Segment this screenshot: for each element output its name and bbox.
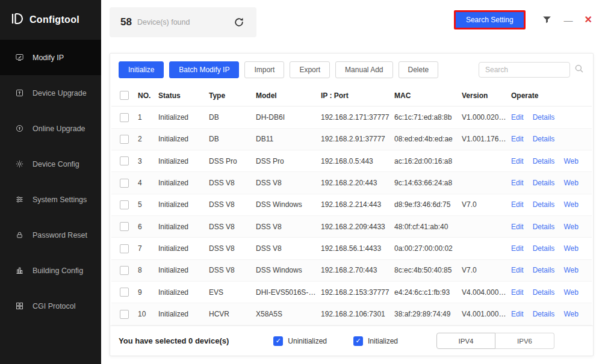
device-table: NO.StatusTypeModelIP : PortMACVersionOpe… [110,85,593,325]
op-details-link[interactable]: Details [533,310,555,318]
cell-mac: 9c:14:63:66:24:a8 [392,172,459,194]
sidebar-item-label: CGI Protocol [33,302,76,310]
sidebar-item-building-config[interactable]: Building Config [0,253,101,288]
cell-version: V7.0 [459,194,509,215]
cell-operate: EditDetails [509,106,592,128]
row-checkbox[interactable] [120,179,129,188]
cell-operate: EditDetailsWeb [509,150,592,171]
selection-footer: You have selected 0 device(s) ✓ Uninitia… [110,325,593,356]
sidebar-item-system-settings[interactable]: System Settings [0,182,101,217]
manual-add-button[interactable]: Manual Add [335,61,393,78]
row-checkbox[interactable] [120,113,129,122]
op-edit-link[interactable]: Edit [511,266,524,274]
select-all-checkbox[interactable] [120,91,129,100]
sidebar-item-device-config[interactable]: Device Config [0,146,101,182]
cell-status: Initialized [156,128,206,150]
batch-modify-ip-button[interactable]: Batch Modify IP [169,61,239,78]
op-details-link[interactable]: Details [533,157,555,165]
uninitialized-checkbox[interactable]: ✓ [273,336,283,346]
table-row: 10InitializedHCVRX58A5S192.168.2.106:730… [111,303,592,325]
cell-status: Initialized [156,238,206,259]
op-edit-link[interactable]: Edit [511,157,524,165]
column-header: Model [253,85,318,106]
op-edit-link[interactable]: Edit [511,288,524,297]
cell-version: V1.000.0200... [459,106,509,128]
cell-operate: EditDetailsWeb [509,172,592,194]
initialize-button[interactable]: Initialize [119,61,164,78]
close-icon[interactable]: ✕ [585,15,592,25]
search-area [479,62,585,78]
cell-mac: d8:9e:f3:46:6d:75 [392,194,459,215]
table-row: 9InitializedEVSDHI-EVS5016S-R-V2192.168.… [111,281,592,303]
import-button[interactable]: Import [244,61,284,78]
op-details-link[interactable]: Details [533,200,555,209]
op-details-link[interactable]: Details [533,288,555,297]
initialized-checkbox[interactable]: ✓ [353,336,363,346]
sidebar-item-device-upgrade[interactable]: Device Upgrade [0,75,101,111]
search-setting-button[interactable]: Search Setting [454,10,526,29]
op-details-link[interactable]: Details [533,113,555,122]
cell-no: 4 [135,172,156,194]
row-checkbox[interactable] [120,266,129,275]
ipv6-button[interactable]: IPV6 [495,333,554,349]
cell-type: EVS [206,281,253,303]
op-web-link[interactable]: Web [563,157,578,165]
delete-button[interactable]: Delete [399,61,439,78]
op-edit-link[interactable]: Edit [511,200,524,209]
filter-funnel-icon[interactable] [542,14,553,25]
row-checkbox[interactable] [120,156,129,165]
cell-mac: 08:ed:ed:4b:ed:ae [392,128,459,150]
sidebar-item-cgi-protocol[interactable]: CGI Protocol [0,288,101,324]
cell-operate: EditDetailsWeb [509,194,592,215]
op-web-link[interactable]: Web [563,244,578,253]
op-details-link[interactable]: Details [533,135,555,143]
row-checkbox[interactable] [120,288,129,297]
row-checkbox[interactable] [120,310,129,319]
minimize-icon[interactable]: — [564,16,573,25]
op-web-link[interactable]: Web [563,200,578,209]
op-edit-link[interactable]: Edit [511,135,524,143]
sidebar-item-password-reset[interactable]: Password Reset [0,217,101,253]
cell-type: DB [206,128,253,150]
row-checkbox[interactable] [120,222,129,231]
row-checkbox[interactable] [120,200,129,209]
sidebar-item-label: Device Config [33,160,79,168]
sidebar-item-modify-ip[interactable]: Modify IP [0,40,101,75]
op-edit-link[interactable]: Edit [511,244,524,253]
export-button[interactable]: Export [290,61,330,78]
cell-no: 6 [135,215,156,237]
op-details-link[interactable]: Details [533,179,555,187]
op-details-link[interactable]: Details [533,266,555,274]
table-row: 7InitializedDSS V8DSS V8192.168.56.1:443… [111,238,592,259]
configtool-window: Configtool Modify IP Device Upgrade [0,0,602,364]
row-checkbox[interactable] [120,135,129,144]
op-web-link[interactable]: Web [563,288,578,297]
cell-version [459,238,509,259]
cell-ip-port: 192.168.2.214:443 [318,194,392,215]
op-web-link[interactable]: Web [563,223,578,231]
op-edit-link[interactable]: Edit [511,179,524,187]
op-details-link[interactable]: Details [533,244,555,253]
cell-type: DSS V8 [206,238,253,259]
cell-ip-port: 192.168.2.209:4433 [318,215,392,237]
refresh-icon[interactable] [232,16,246,29]
column-header: Status [156,85,206,106]
lock-icon [14,230,24,240]
op-edit-link[interactable]: Edit [511,113,524,122]
op-edit-link[interactable]: Edit [511,223,524,231]
cell-status: Initialized [156,150,206,171]
ipv4-button[interactable]: IPV4 [436,333,495,349]
op-web-link[interactable]: Web [563,179,578,187]
op-web-link[interactable]: Web [563,266,578,274]
op-details-link[interactable]: Details [533,223,555,231]
op-web-link[interactable]: Web [563,310,578,318]
cell-version: V1.001.176S... [459,128,509,150]
cell-version: V7.0 [459,259,509,281]
brand-name: Configtool [29,14,79,25]
search-input[interactable] [479,62,570,78]
sidebar-item-label: System Settings [33,196,87,204]
row-checkbox[interactable] [120,244,129,253]
op-edit-link[interactable]: Edit [511,310,524,318]
search-icon[interactable] [574,63,585,76]
sidebar-item-online-upgrade[interactable]: Online Upgrade [0,111,101,146]
